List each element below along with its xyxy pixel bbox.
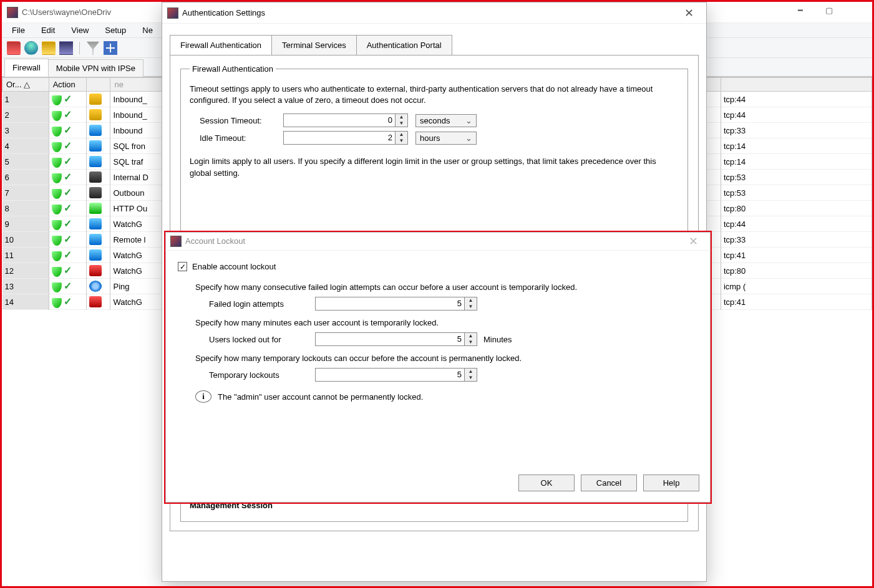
lockout-minutes-spec: Specify how many minutes each user accou…	[195, 318, 698, 327]
tab-terminal-services[interactable]: Terminal Services	[271, 35, 357, 55]
policy-type-icon	[89, 203, 102, 214]
row-action: ✓	[49, 232, 87, 248]
enable-lockout-checkbox[interactable]	[178, 262, 187, 271]
menu-view[interactable]: View	[65, 24, 95, 36]
shield-icon	[52, 205, 62, 214]
row-index: 7	[2, 185, 49, 201]
row-type	[87, 201, 110, 216]
session-timeout-label: Session Timeout:	[190, 116, 283, 125]
app-icon	[7, 7, 18, 18]
session-timeout-input[interactable]: 0	[283, 113, 396, 127]
tab-auth-portal[interactable]: Authentication Portal	[356, 35, 452, 55]
help-button[interactable]: Help	[643, 475, 699, 491]
tab-mobile-vpn[interactable]: Mobile VPN with IPSe	[48, 59, 143, 77]
col-icon[interactable]	[87, 78, 110, 92]
shield-icon	[52, 173, 62, 183]
main-window-controls: ━ ▢	[786, 2, 872, 21]
menu-setup[interactable]: Setup	[99, 24, 132, 36]
session-timeout-unit-select[interactable]: seconds	[415, 114, 477, 127]
policy-type-icon	[89, 94, 102, 105]
row-index: 11	[2, 248, 49, 263]
row-type	[87, 154, 110, 170]
cancel-button[interactable]: Cancel	[581, 475, 637, 491]
lockout-titlebar: Account Lockout ✕	[165, 232, 711, 251]
row-action: ✓	[49, 154, 87, 170]
toolbar-device-icon[interactable]	[24, 41, 38, 55]
temp-lockouts-input[interactable]: 5	[315, 368, 465, 382]
failed-attempts-input[interactable]: 5	[315, 297, 465, 311]
row-port: tcp:41	[721, 294, 872, 310]
col-action[interactable]: Action	[49, 78, 87, 92]
row-index: 13	[2, 279, 49, 294]
idle-timeout-input[interactable]: 2	[283, 131, 396, 145]
row-action: ✓	[49, 279, 87, 294]
row-type	[87, 123, 110, 138]
row-port: tcp:44	[721, 107, 872, 123]
check-icon: ✓	[64, 249, 72, 260]
failed-attempts-spinner[interactable]: ▲▼	[465, 297, 477, 311]
lockout-minutes-spinner[interactable]: ▲▼	[465, 332, 477, 346]
col-order[interactable]: Or... △	[2, 78, 49, 92]
idle-timeout-label: Idle Timeout:	[190, 133, 283, 143]
toolbar-save-icon[interactable]	[59, 41, 73, 55]
idle-timeout-spinner[interactable]: ▲▼	[396, 131, 408, 145]
row-type	[87, 170, 110, 185]
lockout-minutes-input[interactable]: 5	[315, 332, 465, 346]
lockout-close-button[interactable]: ✕	[681, 234, 706, 248]
shield-icon	[52, 236, 62, 246]
ok-button[interactable]: OK	[518, 475, 575, 491]
shield-icon	[52, 127, 62, 137]
col-port[interactable]	[721, 78, 872, 92]
failed-attempts-row: Failed login attempts 5 ▲▼	[209, 297, 698, 311]
row-action: ✓	[49, 294, 87, 310]
tab-firewall-auth[interactable]: Firewall Authentication	[170, 35, 272, 55]
failed-attempts-label: Failed login attempts	[209, 299, 315, 309]
enable-lockout-label: Enable account lockout	[192, 262, 276, 271]
row-index: 12	[2, 263, 49, 279]
row-type	[87, 232, 110, 248]
row-port: tcp:33	[721, 232, 872, 248]
session-timeout-spinner[interactable]: ▲▼	[396, 113, 408, 127]
check-icon: ✓	[64, 234, 72, 244]
row-port: tcp:14	[721, 154, 872, 170]
toolbar-separator	[79, 42, 80, 54]
row-type	[87, 279, 110, 294]
row-index: 8	[2, 201, 49, 216]
idle-timeout-unit-select[interactable]: hours	[415, 132, 477, 145]
menu-file[interactable]: File	[6, 24, 31, 36]
enable-lockout-row: Enable account lockout	[178, 262, 698, 271]
tab-firewall[interactable]: Firewall	[4, 59, 49, 77]
shield-icon	[52, 158, 62, 168]
row-action: ✓	[49, 216, 87, 232]
shield-icon	[52, 142, 62, 152]
policy-type-icon	[89, 171, 102, 183]
policy-type-icon	[89, 156, 102, 167]
minimize-button[interactable]: ━	[786, 2, 815, 21]
row-index: 9	[2, 216, 49, 232]
menu-ne[interactable]: Ne	[136, 24, 159, 36]
toolbar-open-red-icon[interactable]	[7, 41, 21, 55]
toolbar-open-icon[interactable]	[42, 41, 56, 55]
maximize-button[interactable]: ▢	[815, 2, 843, 21]
shield-icon	[52, 95, 62, 105]
row-action: ✓	[49, 92, 87, 107]
shield-icon	[52, 267, 62, 277]
row-port: tcp:53	[721, 185, 872, 201]
check-icon: ✓	[64, 109, 72, 120]
toolbar-add-icon[interactable]	[104, 41, 117, 55]
row-port: tcp:44	[721, 216, 872, 232]
login-limits-help-text: Login limits apply to all users. If you …	[190, 156, 679, 178]
close-button[interactable]	[843, 2, 872, 21]
row-type	[87, 294, 110, 310]
toolbar-filter-icon[interactable]	[86, 41, 100, 55]
row-port: tcp:44	[721, 92, 872, 107]
check-icon: ✓	[64, 156, 72, 166]
row-action: ✓	[49, 201, 87, 216]
lockout-minutes-row: Users locked out for 5 ▲▼ Minutes	[209, 332, 698, 346]
temp-lockouts-spinner[interactable]: ▲▼	[465, 368, 477, 382]
policy-type-icon	[89, 296, 102, 307]
check-icon: ✓	[64, 94, 72, 104]
policy-type-icon	[89, 218, 102, 229]
auth-close-button[interactable]: ✕	[676, 6, 701, 20]
menu-edit[interactable]: Edit	[35, 24, 61, 36]
